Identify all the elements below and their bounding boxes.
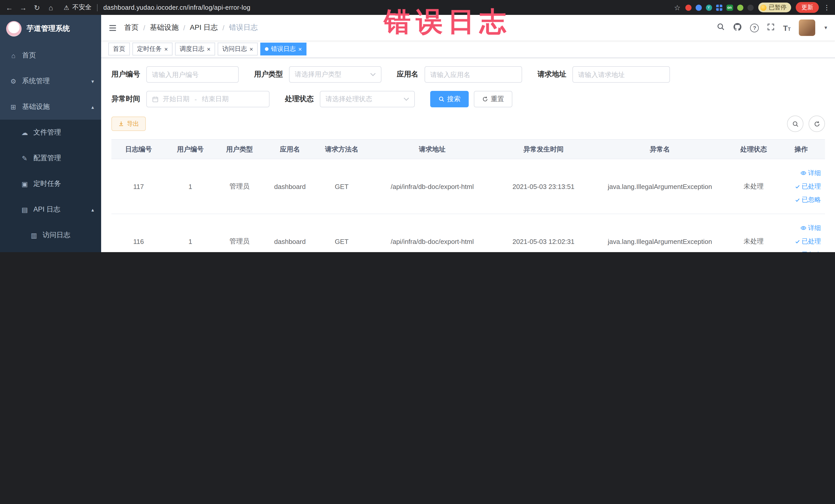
extension-teal-icon[interactable]: Y — [706, 4, 712, 11]
user-type-label: 用户类型 — [254, 70, 283, 79]
action-processed-link[interactable]: 已处理 — [794, 182, 821, 191]
help-icon[interactable]: ? — [750, 23, 759, 32]
url-divider — [97, 4, 98, 11]
sidebar-item-config-manage[interactable]: ✎配置管理 — [0, 145, 101, 171]
user-id-label: 用户编号 — [111, 70, 140, 79]
tab-label: 访问日志 — [222, 45, 247, 54]
sidebar-item-label: 访问日志 — [43, 230, 70, 240]
process-status-select[interactable]: 请选择处理状态 — [320, 91, 415, 107]
app-logo-row[interactable]: 芋道管理系统 — [0, 15, 101, 43]
app-name-input[interactable] — [425, 66, 522, 83]
browser-chrome: ← → ↻ ⌂ ⚠ 不安全 dashboard.yudao.iocoder.cn… — [0, 0, 835, 15]
tags-view: 首页定时任务×调度日志×访问日志×错误日志× — [101, 41, 835, 58]
reload-icon[interactable]: ↻ — [33, 3, 41, 12]
sidebar-item-infra[interactable]: ⊞基础设施▴ — [0, 94, 101, 120]
column-header: 异常名 — [590, 139, 730, 159]
extension-leaf-icon[interactable] — [737, 4, 743, 11]
cell-time: 2021-05-03 12:02:31 — [497, 214, 590, 252]
forward-icon[interactable]: → — [19, 3, 27, 12]
search-icon[interactable] — [717, 23, 725, 33]
close-icon[interactable]: × — [249, 46, 253, 52]
breadcrumb-item[interactable]: 首页 — [124, 23, 139, 32]
tab-label: 首页 — [113, 45, 125, 54]
config-manage-icon: ✎ — [21, 154, 29, 162]
toggle-search-button[interactable] — [787, 116, 803, 132]
tab[interactable]: 调度日志× — [175, 43, 215, 56]
sync-paused-chip[interactable]: 已暂停 — [758, 3, 791, 12]
sidebar-item-file-manage[interactable]: ☁文件管理 — [0, 120, 101, 145]
url-text: dashboard.yudao.iocoder.cn/infra/log/api… — [103, 4, 250, 11]
close-icon[interactable]: × — [207, 46, 210, 52]
fullscreen-icon[interactable] — [767, 23, 775, 33]
update-button[interactable]: 更新 — [796, 2, 819, 13]
sidebar-item-scheduled-job[interactable]: ▣定时任务 — [0, 171, 101, 197]
column-header: 处理状态 — [730, 139, 777, 159]
bookmark-star-icon[interactable]: ☆ — [674, 3, 680, 12]
cell-log-id: 116 — [111, 214, 166, 252]
sidebar-item-home[interactable]: ⌂首页 — [0, 43, 101, 68]
column-header: 用户类型 — [215, 139, 264, 159]
cell-user-id: 1 — [166, 159, 215, 214]
extension-blue-icon[interactable] — [695, 4, 701, 11]
tab-active[interactable]: 错误日志× — [260, 43, 306, 56]
browser-home-icon[interactable]: ⌂ — [47, 3, 55, 12]
breadcrumb-separator: / — [183, 24, 185, 32]
navbar-right: ? TT ▼ — [717, 20, 828, 36]
action-ignored-link[interactable]: 已忽略 — [794, 195, 821, 204]
search-button[interactable]: 搜索 — [430, 91, 469, 107]
cell-status: 未处理 — [730, 214, 777, 252]
close-icon[interactable]: × — [164, 46, 168, 52]
reset-button[interactable]: 重置 — [474, 91, 512, 107]
font-size-icon[interactable]: TT — [783, 23, 791, 32]
filter-app-name: 应用名 — [397, 66, 522, 83]
infra-icon: ⊞ — [9, 103, 18, 110]
url-bar[interactable]: ⚠ 不安全 dashboard.yudao.iocoder.cn/infra/l… — [64, 3, 250, 12]
breadcrumb-item[interactable]: 基础设施 — [150, 23, 179, 32]
app-frame: 芋道管理系统 ⌂首页⚙系统管理▾⊞基础设施▴☁文件管理✎配置管理▣定时任务▤AP… — [0, 15, 835, 252]
action-processed-link[interactable]: 已处理 — [794, 237, 821, 246]
close-icon[interactable]: × — [298, 46, 302, 52]
github-icon[interactable] — [733, 22, 742, 33]
export-button[interactable]: 导出 — [111, 117, 146, 131]
extension-on-badge-icon[interactable]: on — [726, 4, 733, 11]
cell-url: /api/infra/db-doc/export-html — [368, 214, 497, 252]
table-header-row: 日志编号用户编号用户类型应用名请求方法名请求地址异常发生时间异常名处理状态操作 — [111, 139, 825, 159]
breadcrumb: 首页/基础设施/API 日志/错误日志 — [124, 23, 258, 32]
sidebar-item-label: 首页 — [22, 51, 36, 60]
extension-paw-icon[interactable] — [747, 4, 753, 11]
request-url-label: 请求地址 — [537, 70, 566, 79]
refresh-button[interactable] — [809, 116, 825, 132]
exception-time-range-picker[interactable]: 开始日期 - 结束日期 — [146, 91, 269, 107]
user-id-input[interactable] — [146, 66, 239, 83]
chevron-down-icon — [370, 73, 376, 77]
user-avatar[interactable] — [799, 20, 815, 36]
extensions-row: Yon — [685, 4, 753, 11]
request-url-input[interactable] — [572, 66, 670, 83]
extension-red-icon[interactable] — [685, 4, 691, 11]
breadcrumb-item[interactable]: API 日志 — [190, 23, 218, 32]
tab[interactable]: 访问日志× — [218, 43, 258, 56]
cell-time: 2021-05-03 23:13:51 — [497, 159, 590, 214]
sidebar-item-access-log[interactable]: ▥访问日志 — [0, 222, 101, 248]
chevron-down-icon[interactable]: ▼ — [823, 25, 828, 30]
tab[interactable]: 首页 — [108, 43, 130, 56]
start-date-placeholder: 开始日期 — [163, 95, 189, 104]
user-type-select[interactable]: 请选择用户类型 — [289, 66, 382, 83]
filter-user-type: 用户类型 请选择用户类型 — [254, 66, 382, 83]
calendar-icon — [152, 96, 159, 102]
sidebar-item-error-log[interactable]: ▤错误日志 — [0, 248, 101, 252]
sidebar-item-api-log[interactable]: ▤API 日志▴ — [0, 197, 101, 222]
action-ignored-link[interactable]: 已忽略 — [794, 250, 821, 252]
action-detail-link[interactable]: 详细 — [800, 169, 821, 177]
extension-grid-icon[interactable] — [716, 4, 722, 11]
hamburger-icon[interactable] — [108, 23, 117, 32]
column-header: 日志编号 — [111, 139, 166, 159]
browser-menu-icon[interactable]: ⋮ — [823, 4, 830, 11]
table-row: 1171管理员dashboardGET/api/infra/db-doc/exp… — [111, 159, 825, 214]
tab[interactable]: 定时任务× — [133, 43, 172, 56]
action-detail-link[interactable]: 详细 — [800, 224, 821, 233]
sidebar-item-system[interactable]: ⚙系统管理▾ — [0, 68, 101, 94]
filter-row-2: 异常时间 开始日期 - 结束日期 处理状态 请选择处理状态 — [111, 91, 825, 107]
sidebar-item-label: 系统管理 — [22, 77, 50, 86]
back-icon[interactable]: ← — [5, 3, 13, 12]
